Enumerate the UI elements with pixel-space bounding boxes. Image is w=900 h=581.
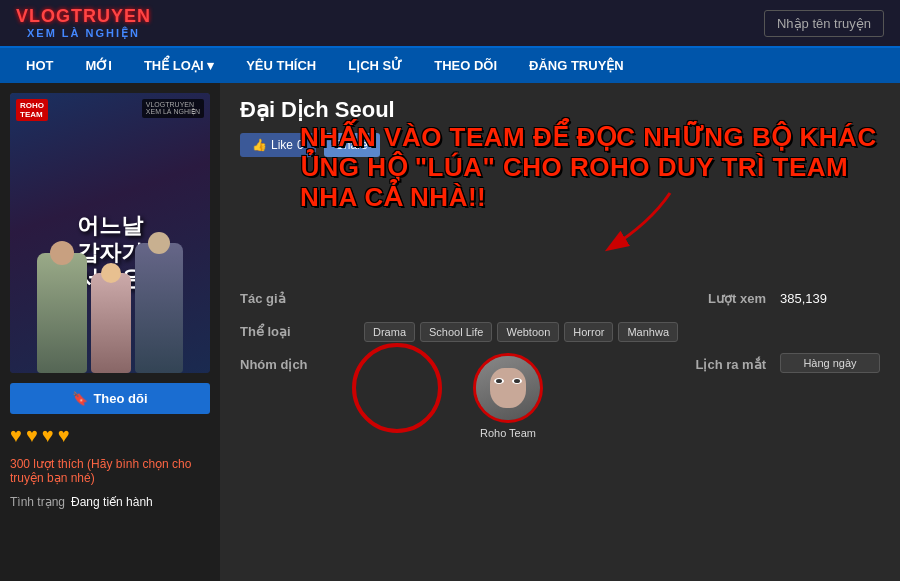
follow-button[interactable]: 🔖 Theo dõi xyxy=(10,383,210,414)
logo-bottom: XEM LÀ NGHIỆN xyxy=(27,27,140,40)
genre-tags: Drama School Life Webtoon Horror Manhwa xyxy=(364,322,880,342)
action-buttons: 👍 Like 0 Share xyxy=(240,133,880,157)
likes-count: 300 lượt thích xyxy=(10,457,84,471)
schedule-label: Lịch ra mắt xyxy=(656,353,776,376)
author-value xyxy=(364,295,652,303)
manga-title: Đại Dịch Seoul xyxy=(240,97,880,123)
search-button[interactable]: Nhập tên truyện xyxy=(764,10,884,37)
tag-webtoon[interactable]: Webtoon xyxy=(497,322,559,342)
views-label: Lượt xem xyxy=(656,287,776,310)
heart-2[interactable]: ♥ xyxy=(26,424,38,447)
main-nav: HOT MỚI THỂ LOẠI ▾ YÊU THÍCH LỊCH SỬ THE… xyxy=(0,48,900,83)
views-value: 385,139 xyxy=(780,287,880,310)
tag-manhwa[interactable]: Manhwa xyxy=(618,322,678,342)
nav-the-loai[interactable]: THỂ LOẠI ▾ xyxy=(128,48,230,83)
manga-cover: ROHOTEAM VLOGTRUYENXEM LÀ NGHIỆN 어느날 갑자기… xyxy=(10,93,210,373)
thumbs-up-icon: 👍 xyxy=(252,138,267,152)
site-logo[interactable]: VLOGTRUYEN XEM LÀ NGHIỆN xyxy=(16,6,151,40)
group-label: Nhóm dịch xyxy=(240,353,360,376)
genre-label: Thể loại xyxy=(240,320,360,343)
nav-hot[interactable]: HOT xyxy=(10,48,69,83)
like-label: Like xyxy=(271,138,293,152)
bookmark-icon: 🔖 xyxy=(72,391,88,406)
left-panel: ROHOTEAM VLOGTRUYENXEM LÀ NGHIỆN 어느날 갑자기… xyxy=(0,83,220,581)
roho-team[interactable]: Roho Team xyxy=(364,353,652,439)
red-circle-annotation xyxy=(352,343,442,433)
nav-lich-su[interactable]: LỊCH SỬ xyxy=(332,48,418,83)
schedule-value[interactable]: Hàng ngày xyxy=(780,353,880,373)
manga-details: Tác giả Lượt xem 385,139 Thể loại Drama … xyxy=(240,287,880,439)
heart-1[interactable]: ♥ xyxy=(10,424,22,447)
nav-dang-truyen[interactable]: ĐĂNG TRUYỆN xyxy=(513,48,640,83)
tag-school-life[interactable]: School Life xyxy=(420,322,492,342)
heart-4[interactable]: ♥ xyxy=(58,424,70,447)
status-label: Tình trạng xyxy=(10,495,65,509)
nav-yeu-thich[interactable]: YÊU THÍCH xyxy=(230,48,332,83)
follow-label: Theo dõi xyxy=(93,391,147,406)
annotation-arrow xyxy=(570,183,690,263)
author-label: Tác giả xyxy=(240,287,360,310)
heart-3[interactable]: ♥ xyxy=(42,424,54,447)
right-panel: Đại Dịch Seoul 👍 Like 0 Share NHẤN VÀO T… xyxy=(220,83,900,581)
nav-moi[interactable]: MỚI xyxy=(69,48,127,83)
share-button[interactable]: Share xyxy=(324,133,380,157)
vlog-badge: VLOGTRUYENXEM LÀ NGHIỆN xyxy=(142,99,204,118)
status-value: Đang tiến hành xyxy=(71,495,153,509)
roho-badge: ROHOTEAM xyxy=(16,99,48,121)
site-header: VLOGTRUYEN XEM LÀ NGHIỆN Nhập tên truyện xyxy=(0,0,900,48)
like-button[interactable]: 👍 Like 0 xyxy=(240,133,316,157)
rating-hearts: ♥ ♥ ♥ ♥ xyxy=(10,424,210,447)
main-content: ROHOTEAM VLOGTRUYENXEM LÀ NGHIỆN 어느날 갑자기… xyxy=(0,83,900,581)
tag-drama[interactable]: Drama xyxy=(364,322,415,342)
group-name: Roho Team xyxy=(480,427,536,439)
status-row: Tình trạng Đang tiến hành xyxy=(10,495,210,509)
likes-info: 300 lượt thích (Hãy bình chọn cho truyện… xyxy=(10,457,210,485)
logo-top: VLOGTRUYEN xyxy=(16,6,151,27)
nav-theo-doi[interactable]: THEO DÕI xyxy=(418,48,513,83)
like-count: 0 xyxy=(297,138,304,152)
tag-horror[interactable]: Horror xyxy=(564,322,613,342)
group-container: Roho Team xyxy=(364,353,652,439)
roho-avatar[interactable] xyxy=(473,353,543,423)
